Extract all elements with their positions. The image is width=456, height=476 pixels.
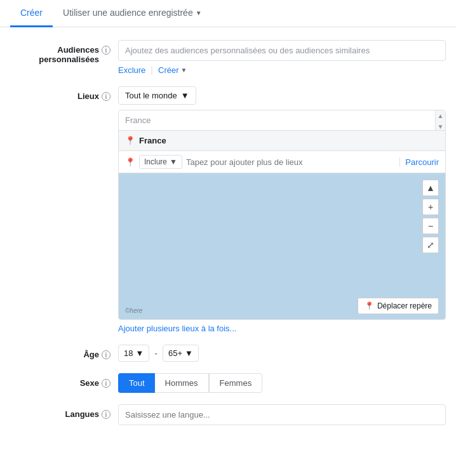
language-label: Langues i xyxy=(10,404,118,419)
exclude-button[interactable]: Exclure xyxy=(118,65,145,75)
map-fullscreen-button[interactable]: ⤢ xyxy=(422,237,439,253)
age-row: Âge i 18 ▼ - 65+ ▼ xyxy=(10,345,446,362)
map-watermark: ©here xyxy=(125,307,142,314)
age-max-select[interactable]: 65+ ▼ xyxy=(163,345,199,362)
create-chevron-icon: ▼ xyxy=(181,67,187,74)
map-zoom-in-button[interactable]: + xyxy=(422,199,439,215)
gender-row: Sexe i Tout Hommes Femmes xyxy=(10,373,446,393)
gender-label: Sexe i xyxy=(10,373,118,388)
map-area: ▲ + − ⤢ ©here 📍 Déplacer repère xyxy=(119,173,445,319)
gender-men-button[interactable]: Hommes xyxy=(155,373,209,393)
age-min-chevron-icon: ▼ xyxy=(135,348,144,358)
audiences-label: Audiences personnalisées i xyxy=(10,40,118,64)
scroll-up-icon[interactable]: ▲ xyxy=(438,110,444,121)
world-dropdown[interactable]: Tout le monde ▼ xyxy=(118,86,196,105)
location-include-row: 📍 Inclure ▼ Parcourir xyxy=(119,151,445,173)
language-info-icon[interactable]: i xyxy=(102,410,111,419)
age-label: Âge i xyxy=(10,345,118,359)
scroll-down-icon[interactable]: ▼ xyxy=(438,121,444,132)
gender-content: Tout Hommes Femmes xyxy=(118,373,446,393)
map-controls: ▲ + − ⤢ xyxy=(422,180,439,253)
age-dash: - xyxy=(154,348,158,359)
location-content: Tout le monde ▼ France ▲ ▼ 📍 France xyxy=(118,86,446,333)
language-input[interactable] xyxy=(118,404,446,425)
pin-icon: 📍 xyxy=(125,136,135,145)
tab-create[interactable]: Créer xyxy=(10,0,53,27)
audiences-input[interactable] xyxy=(118,40,446,61)
move-marker-button[interactable]: 📍 Déplacer repère xyxy=(358,298,439,314)
audiences-info-icon[interactable]: i xyxy=(102,46,111,55)
location-type-input[interactable] xyxy=(186,157,396,167)
language-content xyxy=(118,404,446,425)
audiences-link-row: Exclure | Créer ▼ xyxy=(118,65,446,75)
include-chevron-icon: ▼ xyxy=(170,157,177,166)
map-zoom-up-button[interactable]: ▲ xyxy=(422,180,439,196)
pin-marker-icon: 📍 xyxy=(365,301,374,310)
create-button[interactable]: Créer ▼ xyxy=(158,65,187,75)
gender-info-icon[interactable]: i xyxy=(102,379,111,388)
gender-all-button[interactable]: Tout xyxy=(118,373,155,393)
gender-buttons: Tout Hommes Femmes xyxy=(118,373,446,393)
audiences-content: Exclure | Créer ▼ xyxy=(118,40,446,75)
pin-small-icon: 📍 xyxy=(125,157,135,167)
tab-use-saved[interactable]: Utiliser une audience enregistrée ▼ xyxy=(53,0,212,27)
world-chevron-icon: ▼ xyxy=(181,91,189,100)
tabs-container: Créer Utiliser une audience enregistrée … xyxy=(0,0,456,27)
age-min-select[interactable]: 18 ▼ xyxy=(118,345,149,362)
chevron-down-icon: ▼ xyxy=(196,10,202,17)
location-info-icon[interactable]: i xyxy=(102,92,111,101)
age-info-icon[interactable]: i xyxy=(102,350,111,359)
location-row: Lieux i Tout le monde ▼ France ▲ ▼ xyxy=(10,86,446,333)
age-content: 18 ▼ - 65+ ▼ xyxy=(118,345,446,362)
age-controls: 18 ▼ - 65+ ▼ xyxy=(118,345,446,362)
language-row: Langues i xyxy=(10,404,446,425)
location-box: France ▲ ▼ 📍 France 📍 Inclure ▼ xyxy=(118,110,446,320)
audiences-row: Audiences personnalisées i Exclure | Cré… xyxy=(10,40,446,75)
age-max-chevron-icon: ▼ xyxy=(185,348,193,358)
france-location-item: 📍 France xyxy=(119,131,445,151)
location-label: Lieux i xyxy=(10,86,118,101)
include-dropdown[interactable]: Inclure ▼ xyxy=(139,155,182,169)
form-body: Audiences personnalisées i Exclure | Cré… xyxy=(0,27,456,449)
parcourir-link[interactable]: Parcourir xyxy=(399,157,439,167)
map-zoom-out-button[interactable]: − xyxy=(422,218,439,234)
link-separator: | xyxy=(151,65,153,75)
gender-women-button[interactable]: Femmes xyxy=(209,373,263,393)
location-search-text: France xyxy=(125,116,439,125)
location-search-field: France ▲ ▼ xyxy=(119,110,445,131)
location-scrollbar[interactable]: ▲ ▼ xyxy=(435,110,445,130)
add-multiple-link[interactable]: Ajouter plusieurs lieux à la fois... xyxy=(118,324,446,333)
